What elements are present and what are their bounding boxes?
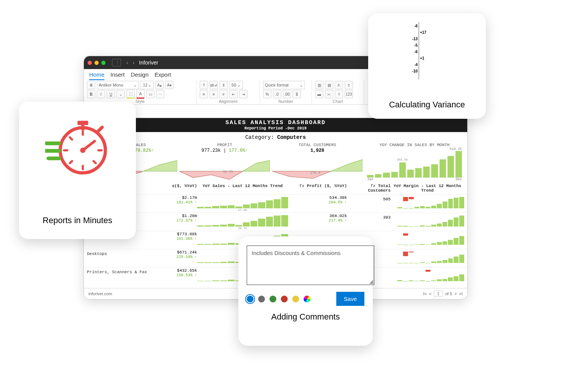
variance-tornado-chart: -6+17-13-5-6+1-4-10 xyxy=(376,22,478,79)
font-color-icon[interactable]: A xyxy=(136,90,145,99)
svg-line-16 xyxy=(70,137,72,140)
svg-marker-5 xyxy=(272,171,331,178)
swatch-blue[interactable] xyxy=(247,296,254,302)
minimize-dot[interactable] xyxy=(95,61,99,65)
group-label-alignment: Alignment xyxy=(200,99,257,104)
bullet-chart-icon[interactable]: ▬ xyxy=(315,90,323,98)
card-calculating-variance: -6+17-13-5-6+1-4-10 Calculating Variance xyxy=(368,13,486,119)
increase-font-icon[interactable]: A▴ xyxy=(155,81,164,89)
pager: I< < 1 of 5 > >I xyxy=(423,291,463,297)
save-button[interactable]: Save xyxy=(336,292,364,306)
sidebar-toggle-icon[interactable] xyxy=(112,59,121,66)
card-reports-in-minutes: Reports in Minutes xyxy=(19,102,136,239)
outdent-icon[interactable]: ⇥ xyxy=(239,90,247,98)
stopwatch-icon xyxy=(45,115,110,181)
swatch-red[interactable] xyxy=(281,296,288,302)
font-family-select[interactable]: Antikor Mono⌄ xyxy=(97,81,139,89)
dashboard-title: SALES ANALYSIS DASHBOARD xyxy=(84,120,467,126)
bar-chart-icon[interactable]: ▥ xyxy=(315,81,323,89)
sparkline-margin xyxy=(397,195,464,208)
indent-icon[interactable]: ⇤ xyxy=(229,90,238,98)
pager-current[interactable]: 1 xyxy=(434,291,443,297)
border-icon[interactable]: ▭ xyxy=(146,90,154,98)
maximize-dot[interactable] xyxy=(101,61,106,65)
bar-spark-icon[interactable]: ⫴ xyxy=(335,90,343,98)
kpi-profit: PROFIT 977.23k | 177.6%↑ 31.7k xyxy=(180,143,270,181)
bold-icon[interactable]: B xyxy=(87,90,95,98)
swatch-green[interactable] xyxy=(269,296,276,302)
category-line: Category: Computers xyxy=(84,132,467,143)
line-chart-icon[interactable]: ⩚ xyxy=(335,81,343,89)
comment-textarea[interactable]: Includes Discounts & Commissions xyxy=(247,246,374,285)
card-caption: Adding Comments xyxy=(247,312,364,322)
pager-last-icon[interactable]: >I xyxy=(459,291,463,296)
spark-chart-icon[interactable]: ⩙ xyxy=(325,90,333,98)
menu-home[interactable]: Home xyxy=(89,71,104,80)
kpi-customers: TOTAL CUSTOMERS 1,928 170.0 xyxy=(272,143,362,181)
svg-line-17 xyxy=(94,161,96,163)
color-swatches: Save xyxy=(247,292,364,306)
menu-insert[interactable]: Insert xyxy=(110,71,125,80)
card-caption: Reports in Minutes xyxy=(43,216,112,225)
close-dot[interactable] xyxy=(88,61,92,65)
dropdown-style-icon[interactable]: ⌄ xyxy=(117,90,125,98)
currency-icon[interactable]: $ xyxy=(293,90,301,98)
svg-line-18 xyxy=(70,161,72,163)
sparkline-margin xyxy=(397,232,464,245)
table-row: Laptops$1.28m172.87% ↑26.7k364.02k217.4%… xyxy=(84,213,467,231)
pager-first-icon[interactable]: I< xyxy=(423,291,427,296)
card-caption: Calculating Variance xyxy=(376,100,478,110)
svg-marker-3 xyxy=(180,171,243,179)
group-label-chart: Chart xyxy=(315,99,361,104)
variance-chart-icon[interactable]: ± xyxy=(345,81,353,89)
more-style-icon[interactable]: ⋯ xyxy=(156,90,164,98)
status-url: inforiver.com xyxy=(88,291,112,296)
dashboard-header: SALES ANALYSIS DASHBOARD Reporting Perio… xyxy=(84,118,467,132)
swatch-yellow[interactable] xyxy=(292,296,299,302)
group-label-number: Number xyxy=(263,99,309,104)
swatch-custom-color-icon[interactable] xyxy=(304,296,310,302)
chevron-right-icon[interactable]: › xyxy=(133,60,135,66)
italic-icon[interactable]: I xyxy=(97,90,105,98)
row-height-value[interactable]: 50 ⌄ xyxy=(229,81,243,89)
row-height-icon[interactable]: ⇕ xyxy=(219,81,228,89)
svg-rect-7 xyxy=(77,121,88,125)
svg-rect-8 xyxy=(81,125,85,131)
pager-next-icon[interactable]: > xyxy=(454,291,457,296)
card-adding-comments: Includes Discounts & Commissions Save Ad… xyxy=(238,236,373,346)
menu-export[interactable]: Export xyxy=(154,71,171,80)
align-top-icon[interactable]: ⤒ xyxy=(200,81,208,89)
decimal-more-icon[interactable]: .00 xyxy=(283,90,291,98)
decrease-font-icon[interactable]: A▾ xyxy=(165,81,173,89)
number-chart-icon[interactable]: 123 xyxy=(345,90,353,98)
stack-chart-icon[interactable]: ▤ xyxy=(325,81,333,89)
kpi-row: TOTAL SALES 5.58m | 178.82%↑ 234k PROFIT… xyxy=(84,143,467,181)
kpi-yoy-change: YOY CHANGE IN SALES BY MONTH 618.2k 355.… xyxy=(365,143,464,181)
svg-line-9 xyxy=(98,127,102,131)
pager-total: of 5 xyxy=(445,291,452,296)
hierarchy-icon[interactable]: ≣ xyxy=(87,81,95,89)
sparkline-margin xyxy=(397,214,464,227)
chevron-left-icon[interactable]: ‹ xyxy=(126,60,128,66)
align-right-icon[interactable]: ≡ xyxy=(219,90,228,98)
menu-design[interactable]: Design xyxy=(131,71,149,80)
sparkline-sales xyxy=(197,214,288,227)
align-center-icon[interactable]: ≡ xyxy=(210,90,218,98)
quick-format-select[interactable]: Quick format⌄ xyxy=(263,81,305,89)
underline-icon[interactable]: U xyxy=(107,90,115,98)
dashboard-period: Reporting Period -Dec 2019 xyxy=(84,126,467,131)
fill-color-icon[interactable]: ⬚ xyxy=(126,90,135,99)
wrap-text-icon[interactable]: ab↲ xyxy=(210,81,218,89)
sparkline-margin xyxy=(397,268,464,281)
percent-icon[interactable]: % xyxy=(263,90,271,98)
font-size-select[interactable]: 12 ⌄ xyxy=(140,81,154,89)
align-left-icon[interactable]: ≡ xyxy=(200,90,208,98)
svg-line-11 xyxy=(83,141,95,150)
swatch-grey[interactable] xyxy=(258,296,265,302)
table-header: s($, %YoY) YoY Sales - Last 12 Months Tr… xyxy=(84,181,467,194)
sparkline-margin xyxy=(397,250,464,263)
pager-prev-icon[interactable]: < xyxy=(429,291,431,296)
table-row: Screens$2.17m181.41% ↑27.8k534.39k164.6%… xyxy=(84,194,467,213)
app-title: Inforiver xyxy=(139,60,158,66)
decimal-less-icon[interactable]: .0 xyxy=(273,90,281,98)
